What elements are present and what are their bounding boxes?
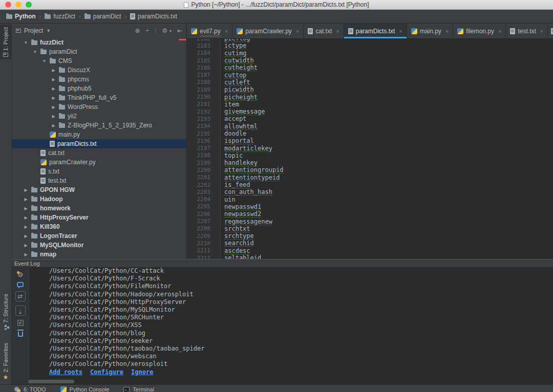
chevron-collapsed-icon[interactable]: ▶	[51, 77, 56, 82]
tree-row[interactable]: paramCrawler.py	[12, 158, 186, 167]
tab-evil7.py[interactable]: evil7.py×	[187, 24, 232, 38]
tree-row[interactable]: ▶phpcms	[12, 75, 186, 84]
tree-row[interactable]: ▶WordPress	[12, 102, 186, 112]
close-window-button[interactable]	[5, 2, 11, 8]
statusbar-item-python[interactable]: Python Console	[60, 386, 110, 392]
chevron-expanded-icon[interactable]: ▼	[32, 50, 38, 54]
mark-all-read-icon[interactable]: ✔	[17, 320, 24, 326]
breadcrumb-item-fuzzdict[interactable]: fuzzDict	[44, 13, 76, 20]
close-icon[interactable]: ×	[225, 28, 228, 34]
tree-row[interactable]: ▶Z-BlogPHP_1_5_2_1935_Zero	[12, 121, 186, 130]
folder-icon	[84, 14, 91, 19]
tree-row[interactable]: ▶LogonTracer	[12, 231, 186, 241]
tree-row[interactable]: ▶yii2	[12, 112, 186, 121]
close-icon[interactable]: ×	[498, 28, 501, 34]
chevron-collapsed-icon[interactable]: ▶	[51, 86, 56, 91]
chevron-collapsed-icon[interactable]: ▶	[51, 123, 56, 128]
statusbar-item-todo[interactable]: 6: TODO	[14, 386, 46, 392]
hide-panel-icon[interactable]: ⇤	[177, 27, 182, 34]
tree-row[interactable]: ▶MySQLMonitor	[12, 241, 186, 250]
txt-icon	[50, 141, 55, 147]
event-log-header[interactable]: Event Log	[12, 259, 553, 268]
tab-main.py[interactable]: main.py×	[407, 24, 453, 38]
txt-icon	[40, 168, 46, 175]
chevron-collapsed-icon[interactable]: ▶	[23, 234, 29, 238]
log-path-line: /Users/CoolCat/Python/webscan	[49, 353, 553, 360]
breadcrumb-item-paramdict[interactable]: paramDict	[83, 13, 122, 20]
tool-window-button-favorites[interactable]: 2: Favorites ★	[0, 340, 11, 383]
breadcrumb-item-paramdicts.txt[interactable]: paramDicts.txt	[129, 13, 178, 20]
project-icon	[16, 29, 21, 33]
chevron-collapsed-icon[interactable]: ▶	[23, 225, 29, 229]
tab-test.txt[interactable]: test.txt×	[506, 24, 548, 38]
horizontal-scrollbar[interactable]	[28, 380, 74, 383]
tree-row[interactable]: s.txt	[12, 167, 186, 176]
tree-row[interactable]: ▶Kill360	[12, 222, 186, 231]
tab-filemon.py[interactable]: filemon.py×	[453, 24, 506, 38]
close-icon[interactable]: ×	[540, 28, 543, 34]
chevron-down-icon[interactable]: ▼	[46, 28, 51, 33]
chat-bubble-icon[interactable]	[17, 282, 24, 287]
tree-row[interactable]: test.txt	[12, 176, 186, 185]
code-area[interactable]: 2182picflog2183ictype2184cutimg2185cutwi…	[187, 39, 553, 259]
chevron-collapsed-icon[interactable]: ▶	[51, 114, 56, 119]
chevron-collapsed-icon[interactable]: ▶	[23, 206, 29, 211]
tab-cat.txt[interactable]: cat.txt×	[304, 24, 344, 38]
chevron-collapsed-icon[interactable]: ▶	[23, 197, 29, 202]
tool-window-button-structure[interactable]: 7: Structure	[0, 291, 11, 333]
tab-paramCrawler.py[interactable]: paramCrawler.py×	[232, 24, 304, 38]
tree-item-label: phpcms	[68, 76, 89, 83]
chevron-collapsed-icon[interactable]: ▶	[51, 68, 56, 73]
chevron-collapsed-icon[interactable]: ▶	[51, 96, 56, 100]
close-icon[interactable]: ×	[399, 28, 402, 34]
collapse-all-icon[interactable]: ÷	[145, 27, 149, 34]
chevron-collapsed-icon[interactable]: ▶	[23, 243, 29, 248]
chevron-collapsed-icon[interactable]: ▶	[51, 105, 56, 110]
tree-row[interactable]: ▼paramDict	[12, 47, 186, 56]
tree-row[interactable]: ▶phphub5	[12, 84, 186, 93]
minimize-window-button[interactable]	[15, 2, 22, 8]
trash-icon[interactable]	[18, 332, 23, 337]
locate-file-icon[interactable]: ⊗	[135, 27, 140, 34]
scroll-to-end-toggle[interactable]: ↓	[15, 306, 26, 316]
tree-row[interactable]: ▼fuzzDict	[12, 38, 186, 47]
tree-item-label: Hadoop	[40, 195, 63, 203]
code-line: 2197modarticlekey	[187, 144, 553, 151]
tab-paramDicts.txt[interactable]: paramDicts.txt×	[344, 24, 407, 38]
tool-window-button-project[interactable]: 1: Project	[0, 25, 11, 59]
tree-row[interactable]: main.py	[12, 130, 186, 139]
tree-row[interactable]: ▶HttpProxyServer	[12, 213, 186, 222]
zoom-window-button[interactable]	[26, 2, 32, 8]
tree-row[interactable]: cat.txt	[12, 148, 186, 158]
tree-row[interactable]: ▶DiscuzX	[12, 66, 186, 75]
chevron-collapsed-icon[interactable]: ▶	[23, 252, 29, 257]
close-icon[interactable]: ×	[445, 28, 449, 34]
tree-row[interactable]: paramDicts.txt	[12, 139, 186, 148]
breadcrumb-item-python[interactable]: Python	[5, 13, 37, 20]
statusbar-item-terminal[interactable]: >_Terminal	[123, 386, 154, 392]
line-number: 2211	[187, 247, 210, 254]
soft-wrap-toggle[interactable]: ⇄	[15, 291, 26, 301]
chevron-expanded-icon[interactable]: ▼	[41, 59, 47, 63]
settings-wrench-icon[interactable]: ⚙	[17, 271, 24, 278]
editor-body[interactable]: 2182picflog2183ictype2184cutimg2185cutwi…	[187, 39, 553, 259]
add-roots-link[interactable]: Add roots	[49, 368, 82, 376]
chevron-collapsed-icon[interactable]: ▶	[23, 188, 29, 192]
tree-row[interactable]: ▶nmap	[12, 250, 186, 259]
tree-row[interactable]: ▶Hadoop	[12, 194, 186, 204]
tab-partial[interactable]	[548, 24, 553, 38]
tree-row[interactable]: ▶ThinkPHP_full_v5	[12, 93, 186, 102]
gear-icon[interactable]: ⚙	[162, 27, 167, 34]
project-panel-title[interactable]: Project	[24, 27, 43, 34]
close-icon[interactable]: ×	[336, 28, 339, 34]
chevron-expanded-icon[interactable]: ▼	[23, 40, 29, 45]
tab-label: test.txt	[518, 28, 536, 35]
tree-row[interactable]: ▼CMS	[12, 56, 186, 66]
tree-row[interactable]: ▶GPON HGW	[12, 185, 186, 194]
tree-row[interactable]: ▶homework	[12, 204, 186, 213]
configure-link[interactable]: Configure	[90, 368, 123, 376]
ignore-link[interactable]: Ignore	[131, 368, 153, 376]
chevron-collapsed-icon[interactable]: ▶	[23, 215, 29, 220]
txt-icon	[130, 13, 135, 19]
close-icon[interactable]: ×	[296, 28, 299, 34]
